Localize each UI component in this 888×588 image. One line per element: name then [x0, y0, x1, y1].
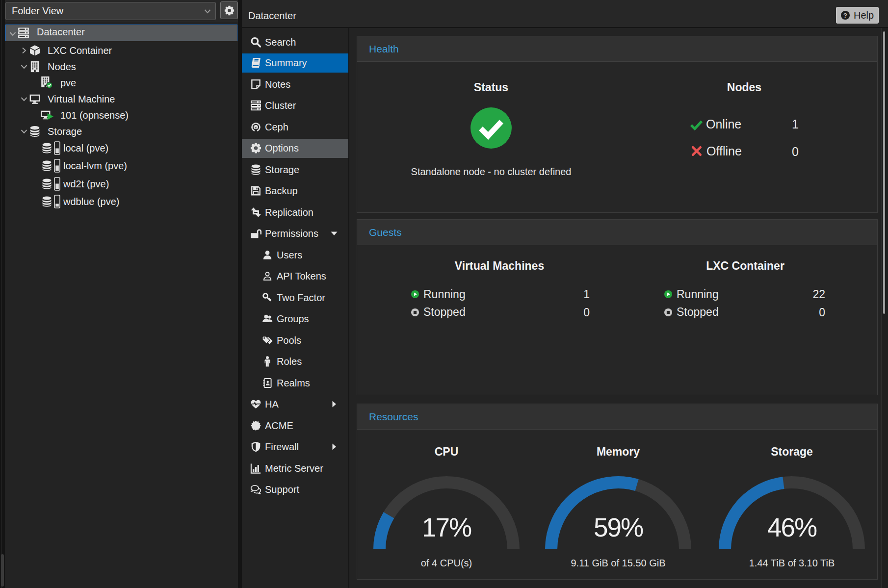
svg-text:?: ? [843, 12, 847, 19]
